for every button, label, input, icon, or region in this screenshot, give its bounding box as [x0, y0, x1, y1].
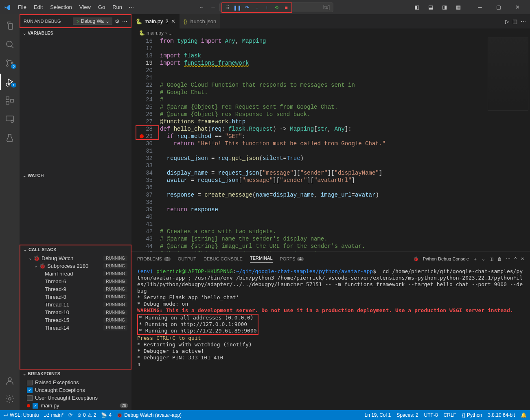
svg-rect-5: [6, 97, 9, 100]
run-icon[interactable]: ▷: [505, 18, 509, 24]
callstack-row[interactable]: Thread-10RUNNING: [20, 308, 131, 316]
testing-icon[interactable]: [0, 130, 20, 146]
pause-icon[interactable]: ❚❚: [233, 3, 242, 12]
debug-console-tab[interactable]: DEBUG CONSOLE: [204, 256, 243, 261]
breakpoint-file[interactable]: main.py29: [20, 402, 131, 409]
git-branch[interactable]: ⎇ main*: [44, 412, 64, 418]
callstack-section-header[interactable]: ⌄CALL STACK: [20, 245, 131, 254]
menu-edit[interactable]: Edit: [31, 2, 46, 12]
menu-more-icon[interactable]: ⋯: [126, 2, 136, 12]
sync-icon[interactable]: ⟳: [68, 412, 72, 418]
code-editor[interactable]: 16from typing import Any, Mapping1718imp…: [131, 37, 530, 252]
run-debug-icon[interactable]: 1: [0, 74, 20, 90]
close-panel-icon[interactable]: ✕: [521, 256, 524, 262]
language-mode[interactable]: {} Python: [462, 412, 482, 418]
svg-point-10: [8, 378, 11, 381]
ports-status[interactable]: 📡 4: [101, 412, 112, 418]
python-interpreter[interactable]: 3.8.10 64-bit: [488, 412, 515, 418]
debug-config-dropdown[interactable]: ▷ Debug Wa ⌄: [73, 18, 112, 25]
encoding[interactable]: UTF-8: [424, 412, 438, 418]
menu-file[interactable]: File: [15, 2, 30, 12]
maximize-icon[interactable]: ▢: [489, 0, 508, 14]
modified-badge: 2: [166, 18, 169, 24]
terminal-body[interactable]: (env) pierrick@LAPTOP-HKU5PNNG:~/git/goo…: [131, 266, 530, 410]
explorer-icon[interactable]: [0, 18, 20, 34]
svg-point-1: [7, 60, 8, 61]
maximize-panel-icon[interactable]: ^: [515, 256, 517, 261]
variables-section-header[interactable]: ⌄VARIABLES: [20, 29, 131, 37]
callstack-row[interactable]: Thread-8RUNNING: [20, 293, 131, 301]
breakpoint-user-uncaught[interactable]: User Uncaught Exceptions: [20, 394, 131, 402]
menu-selection[interactable]: Selection: [47, 2, 75, 12]
drag-handle-icon[interactable]: ⠿: [223, 3, 232, 12]
menu-run[interactable]: Run: [109, 2, 125, 12]
split-terminal-icon[interactable]: ◫: [489, 256, 493, 262]
terminal-tab[interactable]: TERMINAL: [250, 256, 273, 262]
step-into-icon[interactable]: ↓: [252, 3, 261, 12]
split-editor-icon[interactable]: ◫: [512, 18, 517, 24]
callstack-row[interactable]: Thread-15RUNNING: [20, 316, 131, 324]
source-control-icon[interactable]: 5: [0, 55, 20, 71]
cursor-position[interactable]: Ln 19, Col 1: [364, 412, 391, 418]
problems-status[interactable]: ⊘ 0 ⚠ 2: [77, 412, 96, 418]
forward-arrow-icon[interactable]: →: [208, 2, 218, 12]
accounts-icon[interactable]: [0, 373, 20, 389]
callstack-row[interactable]: ⌄🐞Subprocess 2180RUNNING: [20, 262, 131, 270]
debug-toolbar: ⠿ ❚❚ ↷ ↓ ↑ ⟲ ■: [221, 2, 292, 13]
stop-icon[interactable]: ■: [282, 3, 291, 12]
callstack-row[interactable]: MainThreadRUNNING: [20, 270, 131, 278]
callstack-row[interactable]: Thread-11RUNNING: [20, 301, 131, 308]
step-out-icon[interactable]: ↑: [262, 3, 271, 12]
running-addresses-box: * Running on all addresses (0.0.0.0) * R…: [137, 314, 258, 335]
breadcrumbs[interactable]: 🐍 main.py › ...: [131, 28, 530, 37]
breakpoint-raised[interactable]: Raised Exceptions: [20, 378, 131, 386]
callstack-row[interactable]: Thread-6RUNNING: [20, 278, 131, 285]
tab-main-py[interactable]: 🐍 main.py 2 ✕: [131, 14, 180, 28]
remote-indicator[interactable]: ⮂ WSL: Ubuntu: [3, 412, 39, 418]
vscode-logo-icon: [3, 4, 11, 11]
new-terminal-icon[interactable]: ＋: [473, 256, 477, 262]
restart-icon[interactable]: ⟲: [272, 3, 281, 12]
eol[interactable]: CRLF: [444, 412, 456, 418]
extensions-icon[interactable]: [0, 92, 20, 109]
watch-section-header[interactable]: ⌄WATCH: [20, 171, 131, 179]
layout-left-icon[interactable]: ◧: [411, 2, 423, 13]
layout-right-icon[interactable]: ◨: [439, 2, 450, 13]
terminal-profile-label[interactable]: Python Debug Console: [423, 256, 469, 261]
settings-gear-icon[interactable]: [0, 391, 20, 407]
debug-badge: 1: [11, 83, 16, 88]
remote-explorer-icon[interactable]: [0, 111, 20, 127]
configure-gear-icon[interactable]: ⚙: [115, 18, 120, 24]
command-center[interactable]: ⠿ ❚❚ ↷ ↓ ↑ ⟲ ■ itu]: [219, 2, 333, 12]
minimize-icon[interactable]: ─: [471, 0, 489, 14]
problems-tab[interactable]: PROBLEMS2: [137, 256, 171, 261]
title-bar: File Edit Selection View Go Run ⋯ ← → ⠿ …: [0, 0, 530, 14]
breakpoint-uncaught[interactable]: Uncaught Exceptions: [20, 386, 131, 394]
more-icon[interactable]: ⋯: [122, 18, 127, 24]
more-icon[interactable]: ⋯: [506, 256, 510, 262]
output-tab[interactable]: OUTPUT: [178, 256, 196, 261]
search-icon[interactable]: [0, 36, 20, 52]
callstack-row[interactable]: Thread-14RUNNING: [20, 324, 131, 332]
step-over-icon[interactable]: ↷: [243, 3, 252, 12]
close-icon[interactable]: ✕: [508, 0, 527, 14]
trash-icon[interactable]: 🗑: [497, 256, 502, 261]
more-icon[interactable]: ⋯: [521, 18, 526, 24]
callstack-row[interactable]: Thread-9RUNNING: [20, 285, 131, 293]
menu-go[interactable]: Go: [95, 2, 108, 12]
debug-sidebar: RUN AND DEBUG ▷ Debug Wa ⌄ ⚙ ⋯ ⌄VARIABLE…: [20, 14, 131, 410]
dropdown-icon[interactable]: ⌄: [482, 256, 485, 262]
layout-grid-icon[interactable]: ▦: [453, 2, 464, 13]
debug-status[interactable]: 🐞 Debug Watch (avatar-app): [116, 412, 182, 418]
notifications-icon[interactable]: 🔔: [521, 412, 527, 418]
minimap[interactable]: [488, 37, 528, 111]
back-arrow-icon[interactable]: ←: [197, 2, 206, 12]
callstack-row[interactable]: ⌄🐞Debug WatchRUNNING: [20, 254, 131, 262]
indentation[interactable]: Spaces: 2: [396, 412, 418, 418]
layout-bottom-icon[interactable]: ⬓: [425, 2, 436, 13]
menu-view[interactable]: View: [76, 2, 94, 12]
ports-tab[interactable]: PORTS4: [280, 256, 304, 261]
breakpoints-section-header[interactable]: ⌄BREAKPOINTS: [20, 370, 131, 378]
tab-launch-json[interactable]: {} launch.json: [180, 14, 220, 28]
close-icon[interactable]: ✕: [171, 18, 175, 24]
